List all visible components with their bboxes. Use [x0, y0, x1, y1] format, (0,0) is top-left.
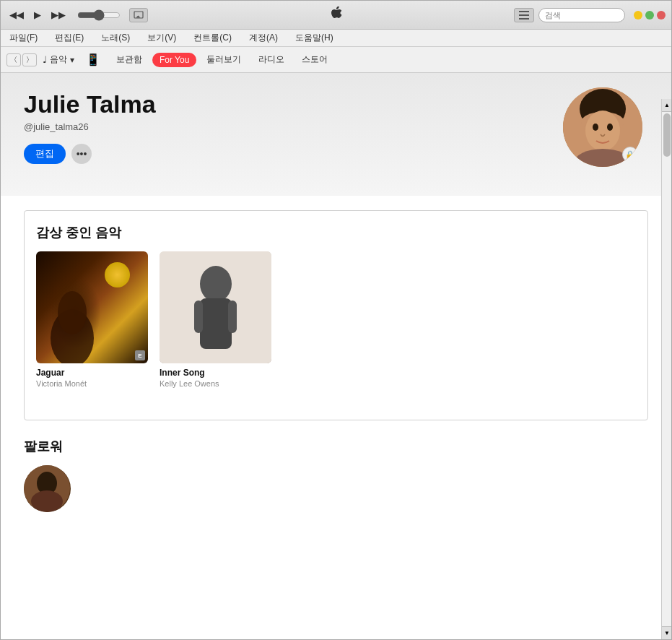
lock-badge: 🔒	[622, 147, 638, 163]
edit-button[interactable]: 편집	[24, 144, 66, 164]
music-note-icon: ♩	[43, 54, 47, 65]
svg-rect-18	[228, 300, 237, 333]
play-button[interactable]: ▶	[31, 8, 44, 22]
tab-browse[interactable]: 둘러보기	[199, 51, 248, 68]
scrollbar-track: ▲ ▼	[661, 99, 671, 639]
main-window: ◀◀ ▶ ▶▶	[0, 0, 672, 640]
svg-point-9	[593, 124, 598, 131]
tab-store[interactable]: 스토어	[294, 51, 335, 68]
maximize-button[interactable]	[645, 11, 654, 20]
title-bar: ◀◀ ▶ ▶▶	[1, 1, 671, 30]
scrollbar-down-arrow[interactable]: ▼	[662, 626, 671, 639]
album-jaguar-title: Jaguar	[36, 368, 148, 378]
tab-radio[interactable]: 라디오	[251, 51, 292, 68]
volume-slider[interactable]	[77, 9, 121, 21]
albums-grid: E Jaguar Victoria Monét	[36, 251, 636, 388]
menu-controls[interactable]: 컨트롤(C)	[191, 30, 235, 46]
menu-help[interactable]: 도움말(H)	[292, 30, 336, 46]
album-inner-song-title: Inner Song	[160, 368, 271, 378]
album-inner-song-artist: Kelly Lee Owens	[160, 379, 271, 388]
menu-account[interactable]: 계정(A)	[246, 30, 281, 46]
apple-logo	[331, 7, 342, 23]
svg-point-13	[58, 291, 87, 334]
profile-avatar: 🔒	[563, 87, 642, 167]
scroll-content[interactable]: 감상 중인 음악 E Jaguar	[1, 196, 671, 639]
album-inner-song-cover	[160, 251, 271, 363]
listening-section: 감상 중인 음악 E Jaguar	[24, 210, 648, 420]
menu-edit[interactable]: 편집(E)	[52, 30, 87, 46]
profile-buttons: 편집 •••	[24, 144, 648, 164]
nav-arrows: 〈 〉	[6, 53, 37, 66]
svg-rect-17	[194, 300, 203, 333]
svg-rect-3	[519, 14, 529, 16]
album-jaguar[interactable]: E Jaguar Victoria Monét	[36, 251, 148, 388]
scrollbar-thumb[interactable]	[663, 113, 671, 157]
tab-library[interactable]: 보관함	[109, 51, 149, 68]
minimize-button[interactable]	[634, 11, 642, 20]
svg-point-8	[585, 111, 620, 151]
menu-file[interactable]: 파일(F)	[6, 30, 40, 46]
music-section: ♩ 음악 ▾	[43, 53, 74, 66]
follower-avatar[interactable]	[24, 465, 71, 512]
tab-for-you[interactable]: For You	[152, 53, 196, 67]
album-inner-song[interactable]: Inner Song Kelly Lee Owens	[160, 251, 271, 388]
airplay-button[interactable]	[129, 8, 148, 22]
menu-song[interactable]: 노래(S)	[98, 30, 133, 46]
search-input[interactable]	[538, 8, 625, 22]
scrollbar-up-arrow[interactable]: ▲	[662, 99, 671, 112]
svg-point-10	[607, 124, 613, 131]
music-label[interactable]: 음악	[50, 53, 67, 66]
nav-back-button[interactable]: 〈	[6, 53, 21, 66]
transport-controls: ◀◀ ▶ ▶▶	[6, 8, 148, 22]
explicit-badge: E	[135, 350, 145, 360]
svg-rect-2	[519, 11, 529, 12]
follower-avatar-image	[24, 465, 71, 512]
device-icon[interactable]: 📱	[86, 53, 100, 66]
svg-point-15	[200, 266, 232, 302]
menu-bar: 파일(F) 편집(E) 노래(S) 보기(V) 컨트롤(C) 계정(A) 도움말…	[1, 30, 671, 47]
listening-title: 감상 중인 음악	[36, 220, 636, 241]
svg-point-21	[31, 490, 63, 512]
followers-title: 팔로워	[24, 438, 648, 455]
title-bar-right	[514, 8, 666, 22]
svg-rect-16	[200, 298, 232, 349]
album-jaguar-artist: Victoria Monét	[36, 379, 148, 388]
window-buttons	[634, 11, 666, 20]
nav-bar: 〈 〉 ♩ 음악 ▾ 📱 보관함 For You 둘러보기 라디오 스토어	[1, 47, 671, 73]
forward-button[interactable]: ▶▶	[48, 8, 69, 22]
profile-handle: @julie_talma26	[24, 121, 648, 132]
nav-forward-button[interactable]: 〉	[22, 53, 37, 66]
profile-header: Julie Talma @julie_talma26 편집 •••	[1, 73, 671, 196]
profile-name: Julie Talma	[24, 90, 648, 118]
close-button[interactable]	[657, 11, 666, 20]
album-jaguar-cover: E	[36, 251, 148, 363]
main-content: Julie Talma @julie_talma26 편집 •••	[1, 73, 671, 639]
svg-marker-0	[136, 15, 140, 17]
nav-tabs: 보관함 For You 둘러보기 라디오 스토어	[109, 51, 335, 68]
more-button[interactable]: •••	[71, 144, 92, 164]
rewind-button[interactable]: ◀◀	[6, 8, 27, 22]
followers-section: 팔로워	[24, 438, 648, 512]
svg-rect-4	[519, 18, 529, 20]
menu-view[interactable]: 보기(V)	[144, 30, 179, 46]
dropdown-icon: ▾	[70, 55, 74, 65]
list-view-button[interactable]	[514, 8, 534, 22]
